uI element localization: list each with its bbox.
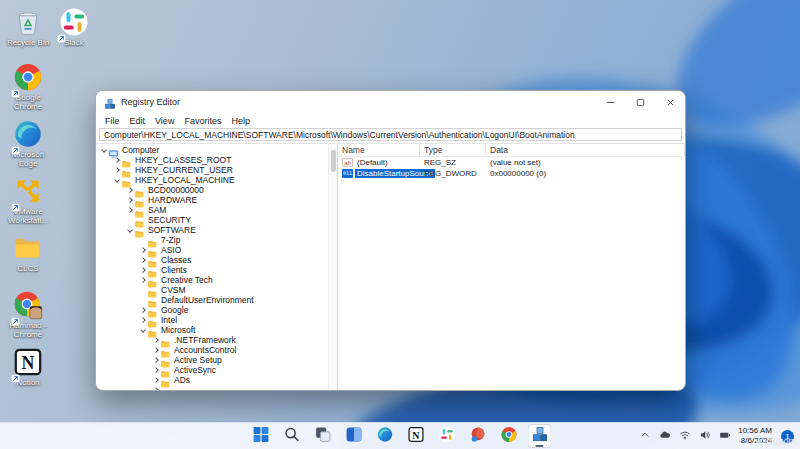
tree-item-7-zip[interactable]: 7-Zip <box>96 235 337 245</box>
tree-item-sam[interactable]: SAM <box>96 205 337 215</box>
chevron-right-icon[interactable] <box>126 208 134 212</box>
chevron-down-icon[interactable] <box>139 328 147 332</box>
taskbar-chrome-button[interactable] <box>497 424 521 448</box>
tray-volume-button[interactable] <box>698 429 712 443</box>
window-titlebar[interactable]: Registry Editor <box>96 91 685 113</box>
chevron-down-icon[interactable] <box>113 178 121 182</box>
maximize-button[interactable] <box>625 91 655 113</box>
tree-item-label: HKEY_CLASSES_ROOT <box>135 155 231 165</box>
minimize-button[interactable] <box>595 91 625 113</box>
folder-icon <box>147 265 158 275</box>
tray-battery-button[interactable] <box>718 429 732 443</box>
taskbar: N 10:56 AM 8/6/2024 1 <box>0 422 800 449</box>
column-header-type[interactable]: Type <box>420 144 486 156</box>
folder-icon <box>134 225 145 235</box>
tree-item-intel[interactable]: Intel <box>96 315 337 325</box>
chevron-right-icon[interactable] <box>113 168 121 172</box>
address-bar[interactable]: Computer\HKEY_LOCAL_MACHINE\SOFTWARE\Mic… <box>99 128 682 141</box>
tree-item-label: Google <box>161 305 188 315</box>
tree-item-clients[interactable]: Clients <box>96 265 337 275</box>
tree-item-software[interactable]: SOFTWARE <box>96 225 337 235</box>
tree-item-activesync[interactable]: ActiveSync <box>96 365 337 375</box>
shortcut-arrow-icon <box>57 29 66 38</box>
tree-item-hkey-local-machine[interactable]: HKEY_LOCAL_MACHINE <box>96 175 337 185</box>
chevron-right-icon[interactable] <box>113 158 121 162</box>
taskbar-widgets-button[interactable] <box>342 424 366 448</box>
taskbar-regedit-button[interactable] <box>528 424 552 448</box>
desktop-icon-vmware-workstati[interactable]: VMware Workstati... <box>5 176 51 225</box>
shortcut-arrow-icon <box>11 369 20 378</box>
close-button[interactable] <box>655 91 685 113</box>
chevron-right-icon[interactable] <box>152 388 160 390</box>
chevron-right-icon[interactable] <box>152 378 160 382</box>
menu-item-favorites[interactable]: Favorites <box>179 116 226 126</box>
tree-item-item[interactable] <box>96 385 337 390</box>
chevron-right-icon[interactable] <box>126 188 134 192</box>
menu-item-help[interactable]: Help <box>226 116 255 126</box>
tree-scrollbar-thumb[interactable] <box>331 150 336 172</box>
chevron-right-icon[interactable] <box>152 358 160 362</box>
desktop-icon-google-chrome[interactable]: Google Chrome <box>5 62 51 111</box>
registry-value-pane: NameTypeData ab(Default)REG_SZ(value not… <box>338 144 685 390</box>
desktop-icon-hammad-chrome[interactable]: Hammad - Chrome <box>5 290 51 339</box>
chevron-right-icon[interactable] <box>139 278 147 282</box>
tray-wifi-button[interactable] <box>678 429 692 443</box>
menu-item-edit[interactable]: Edit <box>125 116 151 126</box>
tree-item-hkey-current-user[interactable]: HKEY_CURRENT_USER <box>96 165 337 175</box>
folder-icon <box>121 155 132 165</box>
tray-onedrive-button[interactable] <box>658 429 672 443</box>
tree-item-defaultuserenvironment[interactable]: DefaultUserEnvironment <box>96 295 337 305</box>
registry-editor-window: Registry Editor FileEditViewFavoritesHel… <box>95 90 686 391</box>
tree-item-google[interactable]: Google <box>96 305 337 315</box>
chevron-right-icon[interactable] <box>139 268 147 272</box>
desktop-icon-notion[interactable]: NNotion <box>5 347 51 387</box>
column-header-data[interactable]: Data <box>486 144 685 156</box>
taskbar-slack-button[interactable] <box>435 424 459 448</box>
tree-item-computer[interactable]: Computer <box>96 145 337 155</box>
column-header-name[interactable]: Name <box>338 144 420 156</box>
tree-item-accountscontrol[interactable]: AccountsControl <box>96 345 337 355</box>
taskbar-edge-button[interactable] <box>373 424 397 448</box>
taskbar-task-view-button[interactable] <box>311 424 335 448</box>
chevron-right-icon[interactable] <box>139 248 147 252</box>
menu-item-file[interactable]: File <box>100 116 125 126</box>
chevron-right-icon[interactable] <box>152 348 160 352</box>
chevron-right-icon[interactable] <box>139 258 147 262</box>
taskbar-ccleaner-button[interactable] <box>466 424 490 448</box>
taskbar-start-button[interactable] <box>249 424 273 448</box>
tree-scrollbar[interactable] <box>328 144 337 390</box>
tree-item-label: CVSM <box>161 285 186 295</box>
tree-item-classes[interactable]: Classes <box>96 255 337 265</box>
tray-chevron-up-button[interactable] <box>638 429 652 443</box>
tree-item-netframework[interactable]: .NETFramework <box>96 335 337 345</box>
shortcut-arrow-icon <box>11 141 20 150</box>
menu-item-view[interactable]: View <box>150 116 179 126</box>
chevron-right-icon[interactable] <box>139 308 147 312</box>
value-row-default[interactable]: ab(Default)REG_SZ(value not set) <box>338 157 685 168</box>
tree-item-hkey-classes-root[interactable]: HKEY_CLASSES_ROOT <box>96 155 337 165</box>
chevron-down-icon[interactable] <box>126 228 134 232</box>
tree-item-asio[interactable]: ASIO <box>96 245 337 255</box>
chevron-right-icon[interactable] <box>139 318 147 322</box>
folder-icon <box>160 375 171 385</box>
tree-item-bcd00000000[interactable]: BCD00000000 <box>96 185 337 195</box>
tree-item-cvsm[interactable]: CVSM <box>96 285 337 295</box>
tree-item-microsoft[interactable]: Microsoft <box>96 325 337 335</box>
chevron-right-icon[interactable] <box>126 198 134 202</box>
tree-item-creative-tech[interactable]: Creative Tech <box>96 275 337 285</box>
desktop-icon-microsoft-edge[interactable]: Microsoft Edge <box>5 119 51 168</box>
chevron-right-icon[interactable] <box>152 338 160 342</box>
desktop-icon-recycle-bin[interactable]: Recycle Bin <box>5 7 51 47</box>
chevron-right-icon[interactable] <box>152 368 160 372</box>
tree-item-security[interactable]: SECURITY <box>96 215 337 225</box>
desktop-icon-slack[interactable]: Slack <box>51 7 97 47</box>
registry-tree-pane: ComputerHKEY_CLASSES_ROOTHKEY_CURRENT_US… <box>96 144 338 390</box>
tree-item-active-setup[interactable]: Active Setup <box>96 355 337 365</box>
tree-item-ads[interactable]: ADs <box>96 375 337 385</box>
taskbar-notion-button[interactable]: N <box>404 424 428 448</box>
taskbar-search-button[interactable] <box>280 424 304 448</box>
value-row-disablestartupsound[interactable]: 011DisableStartupSoundREG_DWORD0x0000000… <box>338 168 685 179</box>
desktop-icon-clcs[interactable]: CLCS <box>5 233 51 273</box>
tree-item-hardware[interactable]: HARDWARE <box>96 195 337 205</box>
chevron-down-icon[interactable] <box>100 148 108 152</box>
